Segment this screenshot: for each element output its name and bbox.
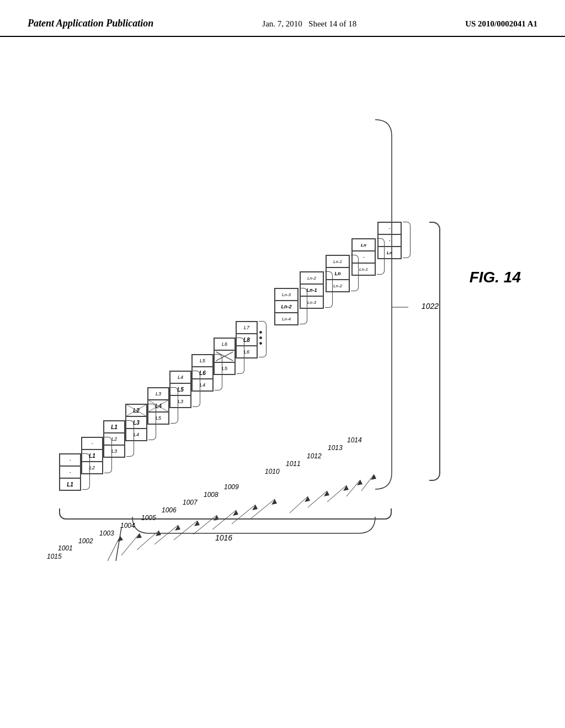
page-header: Patent Application Publication Jan. 7, 2…: [0, 0, 565, 37]
col-1012: Ln-1 Ln Ln-2: [326, 255, 350, 292]
dot-2: [259, 336, 262, 339]
col-1001: - - L1: [59, 453, 81, 491]
ref-1014: 1014: [347, 436, 362, 444]
cell-1003-1: L2: [104, 433, 125, 445]
cell-1007-0: L5: [192, 355, 213, 367]
cell-1011-0: Ln-2: [300, 272, 323, 284]
cell-1009-2: L6: [236, 346, 257, 358]
cell-1001-0: -: [60, 454, 81, 466]
dots-separator: [259, 321, 262, 345]
figure-label: FIG. 14: [470, 269, 521, 286]
cell-1008-1: [214, 350, 235, 362]
col-1004: L2 L3 L4: [125, 404, 147, 441]
col-1003: L1 L2 L3: [103, 420, 125, 458]
cell-1013-2: Ln-1: [352, 263, 375, 275]
cell-1004-2: L4: [126, 429, 147, 441]
col-1006: L4 L5 L3: [169, 371, 191, 408]
cell-1014-1: -: [378, 234, 401, 247]
cell-1010-1: Ln-2: [275, 301, 298, 313]
cell-1012-1: Ln: [326, 267, 349, 280]
ref-1012: 1012: [307, 452, 322, 460]
cell-1001-1: -: [60, 466, 81, 478]
cell-1011-2: Ln-3: [300, 296, 323, 308]
sheet-label: Sheet 14 of 18: [308, 19, 356, 28]
cell-1012-2: Ln-2: [326, 280, 349, 292]
ref-1002: 1002: [78, 537, 93, 545]
col-1008: L6 L5: [214, 338, 236, 375]
ref-1003: 1003: [99, 529, 114, 537]
cell-1005-1: L4: [148, 400, 169, 412]
publication-label: Patent Application Publication: [28, 17, 153, 30]
bracket-1022: [429, 222, 440, 481]
dot-3: [259, 342, 262, 345]
cell-1008-0: L6: [214, 338, 235, 350]
dot-1: [259, 331, 262, 334]
col-1010: Ln-3 Ln-2 Ln-4: [274, 288, 299, 325]
cell-1005-0: L3: [148, 388, 169, 400]
main-content: FIG. 14: [0, 37, 565, 715]
ref-1004: 1004: [120, 522, 135, 529]
ref-1009: 1009: [224, 483, 239, 491]
col-1009: L7 L8 L6: [236, 321, 258, 358]
cell-1003-0: L1: [104, 421, 125, 433]
diagram-container: 1015 1001 1002 1003 1004 1005 1006 1007 …: [44, 92, 441, 644]
cell-1009-1: L8: [236, 334, 257, 346]
cell-1006-1: L5: [170, 383, 191, 395]
ref-1007: 1007: [183, 499, 198, 506]
cell-1006-0: L4: [170, 371, 191, 383]
cell-1013-0: Ln: [352, 239, 375, 251]
cell-1013-1: -: [352, 251, 375, 263]
cell-1008-2: L5: [214, 362, 235, 374]
cell-1003-2: L3: [104, 445, 125, 457]
ref-1008: 1008: [204, 491, 218, 499]
date-label: Jan. 7, 2010: [262, 19, 302, 28]
ref-1001: 1001: [58, 544, 73, 552]
cell-1006-2: L3: [170, 395, 191, 408]
date-sheet-label: Jan. 7, 2010 Sheet 14 of 18: [262, 17, 356, 29]
ref-1016: 1016: [215, 533, 232, 542]
cell-1005-2: L5: [148, 412, 169, 424]
cell-1004-1: L3: [126, 416, 147, 429]
cell-1010-2: Ln-4: [275, 313, 298, 325]
cell-1012-0: Ln-1: [326, 255, 349, 267]
cell-1004-0: L2: [126, 404, 147, 416]
cell-1014-0: -: [378, 222, 401, 234]
col-1014: - - Ln: [377, 222, 402, 259]
col-1005: L3 L4 L5: [147, 387, 169, 425]
ref-1010: 1010: [265, 468, 280, 475]
col-1002: - L1 L2: [81, 437, 103, 474]
cell-1014-2: Ln: [378, 247, 401, 259]
col-1013: Ln - Ln-1: [351, 238, 376, 276]
ref-1013: 1013: [328, 444, 343, 452]
cell-1010-0: Ln-3: [275, 288, 298, 301]
ref-1011: 1011: [286, 460, 301, 468]
cell-1007-1: L6: [192, 367, 213, 379]
col-1007: L5 L6 L4: [191, 354, 214, 392]
bracket-1016: [59, 508, 392, 520]
patent-number-label: US 2010/0002041 A1: [465, 17, 537, 29]
cell-1009-0: L7: [236, 322, 257, 334]
cell-1002-1: L1: [82, 449, 103, 462]
cell-1007-2: L4: [192, 379, 213, 391]
col-1011: Ln-2 Ln-1 Ln-3: [300, 271, 324, 309]
cell-1001-2: L1: [60, 478, 81, 490]
ref-1015: 1015: [47, 553, 62, 560]
cell-1011-1: Ln-1: [300, 284, 323, 296]
cell-1002-2: L2: [82, 462, 103, 474]
cell-1002-0: -: [82, 437, 103, 449]
